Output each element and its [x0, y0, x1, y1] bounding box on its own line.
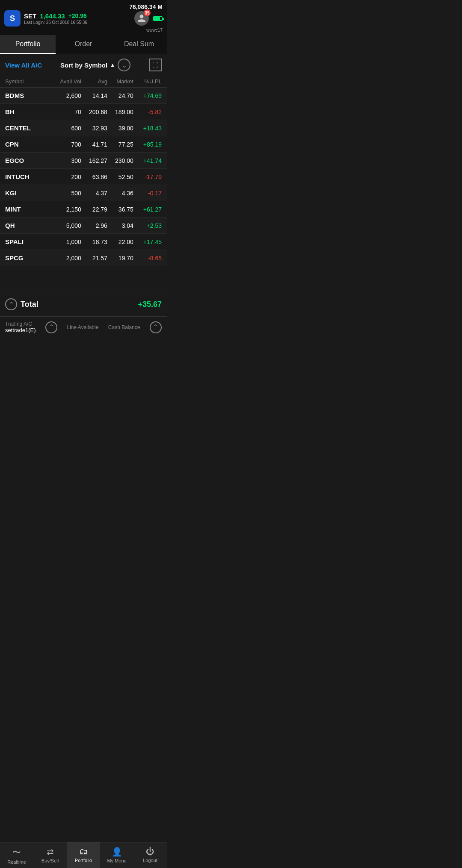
cell-symbol: BH: [5, 108, 49, 115]
table-row[interactable]: QH 5,000 2.96 3.04 +2.53: [0, 218, 167, 234]
cell-upl: +85.19: [133, 141, 162, 148]
username: wwwc17: [146, 28, 163, 32]
table-row[interactable]: KGI 500 4.37 4.36 -0.17: [0, 185, 167, 201]
cell-avail-vol: 1,000: [49, 238, 81, 245]
expand-icon: ⛶: [152, 62, 158, 68]
cell-avail-vol: 2,150: [49, 206, 81, 213]
col-avg: Avg: [81, 78, 107, 85]
cell-avail-vol: 300: [49, 157, 81, 164]
col-upl: %U.PL: [133, 78, 162, 85]
cell-symbol: CPN: [5, 141, 49, 148]
main-tabs: Portfolio Order Deal Sum: [0, 35, 167, 54]
header-right: 76,086.34 M 35 wwwc17: [129, 3, 163, 33]
cell-upl: -0.17: [133, 190, 162, 197]
cash-balance-toggle[interactable]: ⌃: [150, 321, 162, 333]
cell-market: 77.25: [107, 141, 133, 148]
cell-avg: 14.14: [81, 92, 107, 99]
cell-symbol: SPALI: [5, 238, 49, 245]
account-bar: Trading A/C settrade1(E) ⌃ Line Availabl…: [0, 316, 167, 338]
cell-avail-vol: 70: [49, 109, 81, 115]
col-symbol: Symbol: [5, 78, 49, 85]
cell-upl: +2.53: [133, 222, 162, 229]
cell-upl: +17.45: [133, 238, 162, 245]
trading-account-section: Trading A/C settrade1(E): [5, 321, 36, 333]
tab-order[interactable]: Order: [56, 35, 111, 54]
cell-upl: -8.65: [133, 255, 162, 262]
table-row[interactable]: SPCG 2,000 21.57 19.70 -8.65: [0, 250, 167, 266]
cell-market: 22.00: [107, 238, 133, 245]
cell-symbol: QH: [5, 222, 49, 229]
app-header: S SET 1,644.33 +20.96 Last Login: 25 Oct…: [0, 0, 167, 35]
cell-upl: +41.74: [133, 157, 162, 164]
cell-avail-vol: 2,000: [49, 255, 81, 262]
cell-avg: 200.68: [81, 109, 107, 115]
table-row[interactable]: MINT 2,150 22.79 36.75 +61.27: [0, 201, 167, 218]
cell-avail-vol: 700: [49, 141, 81, 148]
chevron-up-icon-3: ⌃: [153, 323, 158, 331]
app-logo: S: [4, 10, 21, 26]
cell-market: 36.75: [107, 206, 133, 213]
cell-market: 24.70: [107, 92, 133, 99]
col-avail-vol: Avail Vol: [49, 78, 81, 85]
index-change: +20.96: [68, 12, 87, 19]
view-all-button[interactable]: View All A/C: [5, 62, 42, 69]
cell-avg: 4.37: [81, 190, 107, 197]
portfolio-table: BDMS 2,600 14.14 24.70 +74.69 BH 70 200.…: [0, 88, 167, 266]
table-row[interactable]: CENTEL 600 32.93 39.00 +18.43: [0, 120, 167, 136]
tab-deal-sum[interactable]: Deal Sum: [111, 35, 167, 54]
portfolio-toolbar: View All A/C Sort by Symbol ▲ ⌄ ⛶: [0, 54, 167, 76]
total-bar: ⌃ Total +35.67: [0, 292, 167, 316]
cash-balance-label: Cash Balance: [108, 324, 140, 330]
line-available-section: Line Available: [67, 324, 98, 330]
table-row[interactable]: BDMS 2,600 14.14 24.70 +74.69: [0, 88, 167, 104]
table-row[interactable]: BH 70 200.68 189.00 -5.82: [0, 104, 167, 120]
total-label: Total: [21, 300, 38, 309]
index-info: SET 1,644.33 +20.96 Last Login: 25 Oct 2…: [24, 12, 129, 25]
table-row[interactable]: INTUCH 200 63.86 52.50 -17.79: [0, 169, 167, 185]
trading-account-label: Trading A/C: [5, 321, 36, 327]
table-row[interactable]: EGCO 300 162.27 230.00 +41.74: [0, 153, 167, 169]
cell-market: 4.36: [107, 190, 133, 197]
cell-symbol: BDMS: [5, 92, 49, 99]
index-label: SET: [24, 12, 36, 20]
cell-symbol: MINT: [5, 206, 49, 213]
index-value: 1,644.33: [40, 12, 65, 20]
cell-symbol: CENTEL: [5, 124, 49, 132]
sort-area: Sort by Symbol ▲ ⌄: [45, 59, 145, 71]
user-avatar-wrap[interactable]: 35: [134, 11, 149, 26]
sort-label: Sort by Symbol: [60, 62, 107, 69]
cell-avail-vol: 600: [49, 125, 81, 132]
tab-portfolio[interactable]: Portfolio: [0, 35, 56, 54]
cell-avg: 63.86: [81, 174, 107, 180]
cell-market: 230.00: [107, 157, 133, 164]
cell-upl: -17.79: [133, 174, 162, 180]
sort-arrow-icon: ▲: [110, 62, 115, 68]
table-row[interactable]: CPN 700 41.71 77.25 +85.19: [0, 136, 167, 153]
cell-avg: 18.73: [81, 238, 107, 245]
cell-market: 19.70: [107, 255, 133, 262]
table-spacer: [0, 266, 167, 292]
cell-symbol: INTUCH: [5, 173, 49, 180]
table-header: Symbol Avail Vol Avg Market %U.PL: [0, 76, 167, 88]
line-available-label: Line Available: [67, 324, 98, 330]
cell-market: 3.04: [107, 222, 133, 229]
total-collapse-icon[interactable]: ⌃: [5, 298, 17, 310]
cell-upl: +61.27: [133, 206, 162, 213]
expand-button[interactable]: ⛶: [149, 59, 162, 71]
cell-avail-vol: 200: [49, 174, 81, 180]
trading-account-value: settrade1(E): [5, 327, 36, 333]
cell-avg: 32.93: [81, 125, 107, 132]
chevron-down-icon: ⌄: [121, 61, 127, 69]
cell-avail-vol: 2,600: [49, 92, 81, 99]
trading-account-toggle[interactable]: ⌃: [45, 321, 57, 333]
cell-upl: -5.82: [133, 109, 162, 115]
cell-market: 189.00: [107, 109, 133, 115]
sort-dropdown-button[interactable]: ⌄: [118, 59, 130, 71]
table-row[interactable]: SPALI 1,000 18.73 22.00 +17.45: [0, 234, 167, 250]
cell-avg: 41.71: [81, 141, 107, 148]
cell-symbol: EGCO: [5, 157, 49, 164]
cash-balance-section: Cash Balance: [108, 324, 140, 330]
cell-avail-vol: 500: [49, 190, 81, 197]
cell-avg: 2.96: [81, 222, 107, 229]
cell-market: 39.00: [107, 125, 133, 132]
